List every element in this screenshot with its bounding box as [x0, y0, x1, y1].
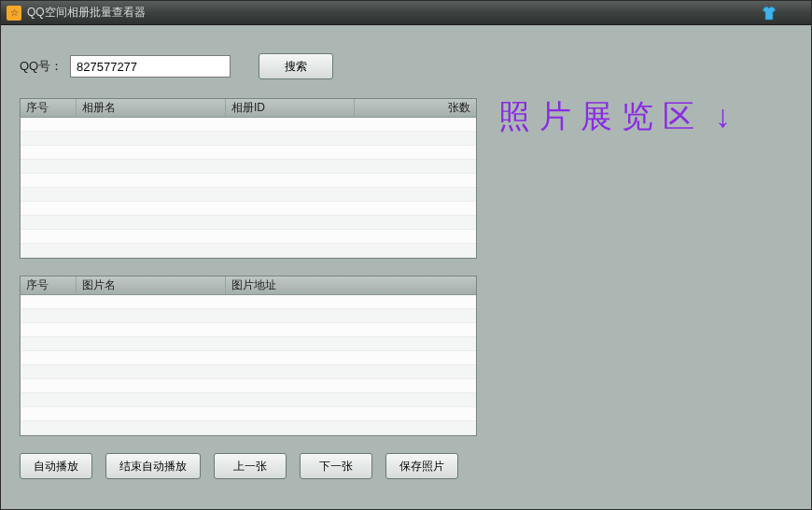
- image-col-name[interactable]: 图片名: [77, 276, 226, 294]
- prev-button[interactable]: 上一张: [214, 453, 287, 479]
- table-row[interactable]: [21, 393, 476, 407]
- table-row[interactable]: [21, 174, 476, 188]
- album-col-count[interactable]: 张数: [355, 99, 476, 117]
- table-row[interactable]: [21, 188, 476, 202]
- table-row[interactable]: [21, 295, 476, 309]
- client-area: QQ号： 搜索 序号 相册名 相册ID 张数: [1, 25, 811, 509]
- search-button[interactable]: 搜索: [259, 53, 333, 79]
- auto-play-button[interactable]: 自动播放: [20, 453, 92, 479]
- window-title: QQ空间相册批量查看器: [27, 5, 146, 21]
- next-button[interactable]: 下一张: [300, 453, 372, 479]
- album-table-body[interactable]: [21, 118, 476, 258]
- album-table-header: 序号 相册名 相册ID 张数: [21, 99, 476, 118]
- album-col-name[interactable]: 相册名: [77, 99, 226, 117]
- table-row[interactable]: [21, 323, 476, 337]
- stop-auto-play-button[interactable]: 结束自动播放: [105, 453, 201, 479]
- table-row[interactable]: [21, 202, 476, 216]
- table-row[interactable]: [21, 365, 476, 379]
- table-row[interactable]: [21, 118, 476, 132]
- table-row[interactable]: [21, 160, 476, 174]
- table-row[interactable]: [21, 230, 476, 244]
- preview-text: 照片展览区: [498, 95, 704, 138]
- save-button[interactable]: 保存照片: [385, 453, 458, 479]
- album-col-seq[interactable]: 序号: [21, 99, 77, 117]
- left-pane: QQ号： 搜索 序号 相册名 相册ID 张数: [20, 25, 477, 509]
- table-row[interactable]: [21, 379, 476, 393]
- table-row[interactable]: [21, 351, 476, 365]
- image-table: 序号 图片名 图片地址: [20, 276, 477, 436]
- image-col-url[interactable]: 图片地址: [226, 276, 476, 294]
- app-window: ☆ QQ空间相册批量查看器 QQ号： 搜索 序号 相册名 相册ID 张数: [0, 0, 812, 510]
- qq-input[interactable]: [70, 55, 231, 78]
- qq-label: QQ号：: [20, 58, 70, 75]
- table-row[interactable]: [21, 337, 476, 351]
- shirt-icon[interactable]: [761, 5, 777, 21]
- album-table: 序号 相册名 相册ID 张数: [20, 98, 477, 259]
- titlebar[interactable]: ☆ QQ空间相册批量查看器: [1, 1, 811, 25]
- table-row[interactable]: [21, 244, 476, 258]
- search-row: QQ号： 搜索: [20, 53, 477, 79]
- table-row[interactable]: [21, 309, 476, 323]
- table-row[interactable]: [21, 216, 476, 230]
- preview-area-label: 照片展览区 ↓: [498, 95, 797, 138]
- down-arrow-icon: ↓: [715, 99, 731, 135]
- table-row[interactable]: [21, 407, 476, 421]
- image-col-seq[interactable]: 序号: [21, 276, 77, 294]
- table-row[interactable]: [21, 132, 476, 146]
- button-row: 自动播放 结束自动播放 上一张 下一张 保存照片: [20, 453, 477, 479]
- image-table-header: 序号 图片名 图片地址: [21, 276, 476, 295]
- table-row[interactable]: [21, 421, 476, 435]
- album-col-id[interactable]: 相册ID: [226, 99, 355, 117]
- image-table-body[interactable]: [21, 295, 476, 435]
- app-icon: ☆: [7, 6, 21, 21]
- table-row[interactable]: [21, 146, 476, 160]
